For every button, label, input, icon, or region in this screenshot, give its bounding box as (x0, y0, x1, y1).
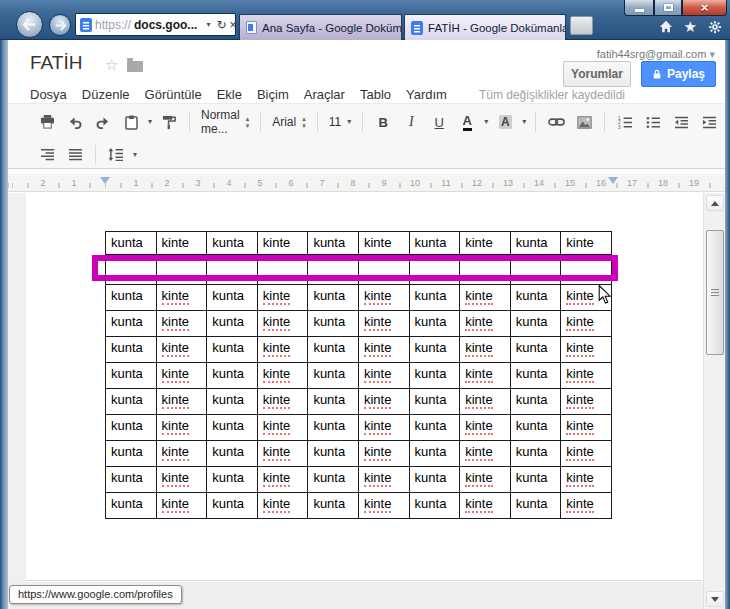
numbered-list-button[interactable]: 123 (614, 110, 636, 134)
table-cell[interactable]: kunta (207, 232, 258, 255)
line-spacing-dropdown-icon[interactable]: ▾ (133, 151, 137, 159)
table-cell[interactable]: kunta (308, 493, 359, 519)
decrease-indent-button[interactable] (670, 110, 692, 134)
table-cell[interactable]: kinte (460, 232, 511, 255)
insert-image-button[interactable] (573, 110, 595, 134)
table-cell[interactable]: kinte (358, 441, 409, 467)
table-cell[interactable]: kinte (561, 493, 612, 519)
menu-düzenle[interactable]: Düzenle (82, 87, 130, 102)
refresh-icon[interactable]: ↻ (216, 19, 226, 31)
align-right-button[interactable] (36, 143, 58, 167)
table-cell[interactable]: kinte (561, 337, 612, 363)
line-spacing-button[interactable] (105, 143, 127, 167)
table-cell[interactable]: kunta (106, 311, 157, 337)
table-cell[interactable]: kunta (409, 441, 460, 467)
table-cell[interactable]: kinte (156, 232, 207, 255)
table-cell[interactable]: kunta (207, 467, 258, 493)
table-cell[interactable]: kunta (510, 337, 561, 363)
table-cell[interactable]: kunta (207, 389, 258, 415)
table-cell[interactable]: kinte (156, 441, 207, 467)
paragraph-style-select[interactable]: Normal me... ▴▾ (199, 108, 251, 136)
justify-button[interactable] (64, 143, 86, 167)
table-cell[interactable]: kinte (156, 493, 207, 519)
address-bar[interactable]: https://docs.goo... ▾ ↻ × (75, 13, 236, 36)
minimize-button[interactable] (624, 0, 654, 16)
table-cell[interactable]: kunta (308, 285, 359, 311)
italic-button[interactable]: I (400, 110, 422, 134)
table-cell[interactable]: kinte (561, 311, 612, 337)
table-cell[interactable]: kinte (156, 467, 207, 493)
table-cell[interactable]: kinte (561, 363, 612, 389)
text-color-dropdown-icon[interactable]: ▾ (484, 118, 488, 126)
table-cell[interactable]: kunta (510, 232, 561, 255)
table-cell[interactable]: kunta (409, 363, 460, 389)
table-cell[interactable]: kunta (409, 493, 460, 519)
table-cell[interactable]: kinte (257, 441, 308, 467)
table-cell[interactable]: kinte (460, 415, 511, 441)
table-cell[interactable]: kunta (510, 493, 561, 519)
table-cell[interactable]: kunta (409, 232, 460, 255)
table-cell[interactable]: kinte (358, 415, 409, 441)
table-cell[interactable]: kunta (106, 389, 157, 415)
text-color-button[interactable]: A (463, 114, 472, 131)
table-cell[interactable]: kinte (257, 415, 308, 441)
table-cell[interactable]: kinte (257, 493, 308, 519)
favorites-star-icon[interactable]: ★ (684, 19, 697, 34)
table-cell[interactable]: kunta (308, 467, 359, 493)
table-cell[interactable]: kinte (358, 232, 409, 255)
table-cell[interactable]: kinte (460, 363, 511, 389)
table-cell[interactable]: kinte (156, 285, 207, 311)
table-cell[interactable]: kinte (460, 493, 511, 519)
share-button[interactable]: Paylaş (641, 61, 716, 87)
vertical-scrollbar[interactable] (703, 193, 725, 609)
menu-dosya[interactable]: Dosya (30, 87, 67, 102)
table-cell[interactable]: kinte (257, 232, 308, 255)
menu-yardım[interactable]: Yardım (406, 87, 447, 102)
table-cell[interactable]: kunta (106, 467, 157, 493)
table-cell[interactable]: kunta (308, 389, 359, 415)
table-cell[interactable]: kunta (308, 311, 359, 337)
table-cell[interactable]: kunta (308, 441, 359, 467)
table-cell[interactable]: kinte (257, 389, 308, 415)
font-size-select[interactable]: 11 ▾ (327, 115, 353, 129)
scroll-down-button[interactable] (706, 591, 724, 607)
table-cell[interactable]: kinte (257, 285, 308, 311)
table-cell[interactable]: kinte (156, 337, 207, 363)
table-cell[interactable]: kunta (409, 337, 460, 363)
paste-button[interactable] (120, 110, 142, 134)
table-cell[interactable]: kunta (106, 232, 157, 255)
table-cell[interactable]: kinte (460, 285, 511, 311)
table-cell[interactable]: kunta (510, 467, 561, 493)
table-cell[interactable]: kunta (510, 441, 561, 467)
document-title[interactable]: FATİH (30, 52, 82, 74)
increase-indent-button[interactable] (698, 110, 720, 134)
table-cell[interactable]: kinte (257, 467, 308, 493)
table-cell[interactable]: kinte (460, 311, 511, 337)
table-cell[interactable]: kinte (561, 232, 612, 255)
home-icon[interactable] (659, 20, 673, 33)
table-cell[interactable]: kunta (207, 415, 258, 441)
settings-gear-icon[interactable] (708, 20, 722, 34)
table-cell[interactable]: kinte (358, 493, 409, 519)
right-indent-marker[interactable] (608, 177, 618, 184)
table-cell[interactable]: kunta (510, 285, 561, 311)
table-cell[interactable]: kunta (106, 337, 157, 363)
table-cell[interactable]: kinte (561, 389, 612, 415)
table-cell[interactable]: kinte (257, 337, 308, 363)
table-cell[interactable]: kunta (106, 441, 157, 467)
bulleted-list-button[interactable] (642, 110, 664, 134)
folder-icon[interactable] (127, 61, 143, 72)
table-cell[interactable]: kunta (106, 363, 157, 389)
table-cell[interactable]: kunta (308, 232, 359, 255)
table-cell[interactable]: kinte (358, 311, 409, 337)
underline-button[interactable]: U (428, 110, 450, 134)
maximize-button[interactable] (654, 0, 682, 16)
highlight-dropdown-icon[interactable]: ▾ (522, 118, 526, 126)
font-select[interactable]: Arial ▴▾ (270, 115, 308, 129)
scroll-up-button[interactable] (706, 195, 724, 211)
insert-link-button[interactable] (545, 110, 567, 134)
table-cell[interactable]: kunta (308, 415, 359, 441)
table-cell[interactable]: kunta (409, 415, 460, 441)
menu-ekle[interactable]: Ekle (217, 87, 242, 102)
menu-görüntüle[interactable]: Görüntüle (145, 87, 202, 102)
